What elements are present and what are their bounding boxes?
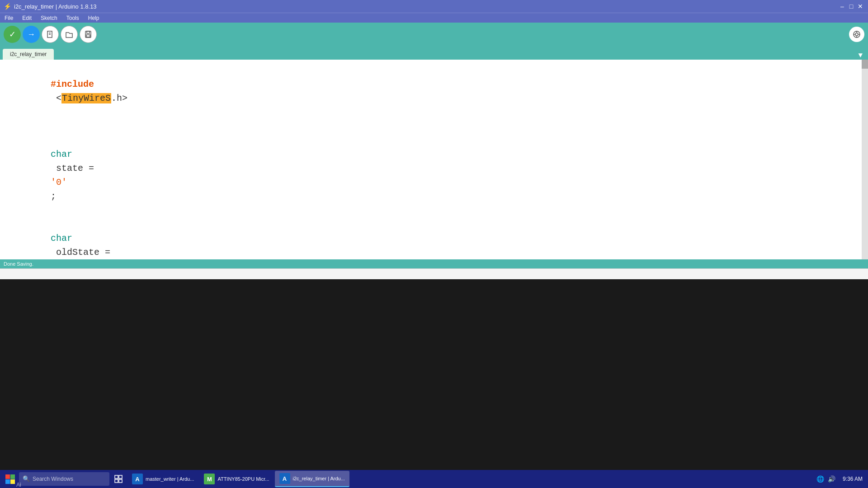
taskbar-master-writer[interactable]: A master_writer | Ardu... [127, 471, 198, 487]
svg-rect-14 [5, 479, 10, 484]
menu-tools[interactable]: Tools [65, 14, 81, 22]
menu-help[interactable]: Help [86, 14, 101, 22]
title-bar: ⚡ i2c_relay_timer | Arduino 1.8.13 – □ ✕ [0, 0, 868, 13]
taskbar-label-master-writer: master_writer | Ardu... [146, 476, 194, 482]
clock-time: 9:36 AM [843, 476, 863, 482]
svg-rect-5 [86, 35, 90, 37]
status-bar: Done Saving. [0, 259, 868, 268]
svg-rect-18 [115, 479, 118, 483]
code-line-2 [0, 119, 868, 133]
system-tray: 🌐 🔊 [816, 475, 835, 483]
code-line-3: char state = '0' ; [0, 133, 868, 217]
minimize-button[interactable]: – [838, 2, 846, 10]
new-button[interactable] [42, 26, 59, 43]
ai-label: Ai [16, 482, 21, 488]
tab-scroll-button[interactable]: ▼ [855, 52, 865, 60]
svg-point-7 [855, 33, 858, 36]
svg-rect-13 [10, 474, 15, 479]
code-line-4: char oldState = '0' ; [0, 217, 868, 259]
upload-button[interactable]: → [23, 26, 40, 43]
code-line-1: #include <TinyWireS.h> [0, 63, 868, 119]
close-button[interactable]: ✕ [856, 2, 864, 10]
menu-bar: File Edit Sketch Tools Help [0, 13, 868, 23]
tray-network-icon[interactable]: 🌐 [816, 475, 824, 483]
app-icon: ⚡ [4, 3, 11, 10]
title-bar-controls: – □ ✕ [838, 2, 864, 10]
menu-file[interactable]: File [3, 14, 15, 22]
taskbar-icon-i2c-relay: A [279, 473, 290, 484]
tray-volume-icon[interactable]: 🔊 [828, 475, 835, 483]
menu-edit[interactable]: Edit [20, 14, 33, 22]
taskbar-label-attiny: ATTINY85-20PU Micr... [217, 476, 269, 482]
taskbar-label-i2c-relay: i2c_relay_timer | Ardu... [293, 476, 345, 481]
open-button[interactable] [61, 26, 78, 43]
status-message: Done Saving. [4, 261, 33, 267]
code-editor[interactable]: #include <TinyWireS.h> char state = '0' … [0, 60, 868, 259]
code-content: #include <TinyWireS.h> char state = '0' … [0, 60, 868, 259]
taskbar-attiny[interactable]: M ATTINY85-20PU Micr... [199, 471, 274, 487]
serial-monitor-button[interactable] [849, 27, 864, 42]
serial-console [0, 279, 868, 479]
svg-rect-15 [10, 479, 15, 484]
verify-button[interactable]: ✓ [4, 26, 21, 43]
svg-rect-19 [119, 479, 122, 483]
taskbar: 🔍 Search Windows A master_writer | Ardu.… [0, 470, 868, 488]
taskbar-search[interactable]: 🔍 Search Windows [19, 472, 109, 486]
save-button[interactable] [80, 26, 97, 43]
svg-rect-4 [87, 31, 90, 33]
console-header [0, 268, 868, 279]
system-clock[interactable]: 9:36 AM [843, 476, 863, 482]
task-view-button[interactable] [110, 471, 127, 487]
search-placeholder: Search Windows [33, 476, 73, 482]
title-bar-left: ⚡ i2c_relay_timer | Arduino 1.8.13 [4, 3, 97, 10]
active-tab[interactable]: i2c_relay_timer [3, 49, 54, 60]
taskbar-icon-attiny: M [204, 474, 215, 484]
taskbar-i2c-relay[interactable]: A i2c_relay_timer | Ardu... [275, 471, 349, 487]
taskbar-right: 🌐 🔊 9:36 AM Ai [816, 475, 866, 483]
window-title: i2c_relay_timer | Arduino 1.8.13 [14, 3, 97, 10]
svg-rect-16 [115, 475, 118, 479]
toolbar: ✓ → [0, 23, 868, 46]
toolbar-right [849, 27, 864, 42]
taskbar-icon-master-writer: A [132, 474, 143, 484]
menu-sketch[interactable]: Sketch [39, 14, 59, 22]
maximize-button[interactable]: □ [847, 2, 855, 10]
svg-rect-17 [119, 475, 122, 479]
tab-bar: i2c_relay_timer ▼ [0, 46, 868, 60]
start-button[interactable] [2, 471, 18, 487]
vertical-scrollbar[interactable] [862, 60, 868, 259]
svg-rect-12 [5, 474, 10, 479]
